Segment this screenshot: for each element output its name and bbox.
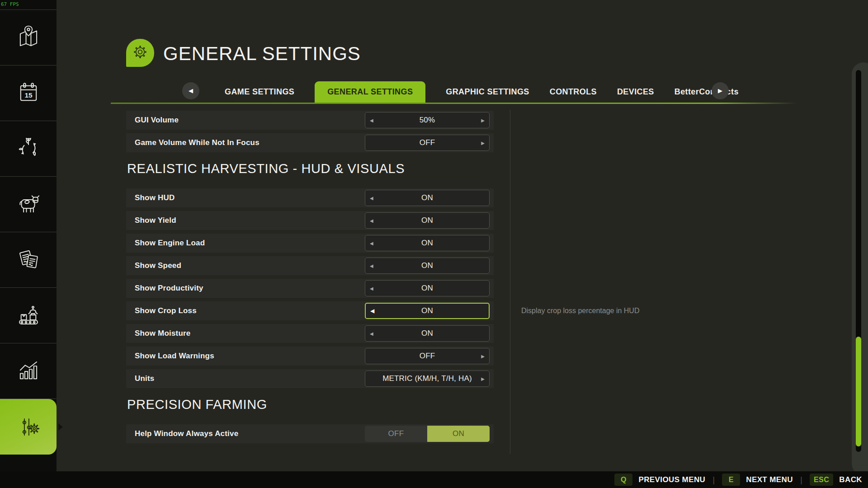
gear-icon: [130, 42, 151, 64]
selector-show-load-warnings[interactable]: OFF▶: [365, 348, 490, 364]
tab-bar: GAME SETTINGSGENERAL SETTINGSGRAPHIC SET…: [225, 81, 739, 103]
decrease-arrow-icon[interactable]: ◀: [370, 326, 373, 341]
decrease-arrow-icon[interactable]: ◀: [370, 258, 373, 273]
tabs-prev-button[interactable]: ◀: [182, 82, 199, 99]
toggle-option-on[interactable]: ON: [427, 426, 490, 442]
selector-gui-volume[interactable]: ◀50%▶: [365, 112, 490, 128]
tab-graphic-settings[interactable]: GRAPHIC SETTINGS: [446, 81, 529, 103]
setting-label: Show Load Warnings: [135, 352, 214, 361]
setting-row-show-yield: Show Yield◀ON: [126, 211, 494, 230]
panel-divider: [510, 110, 510, 454]
calendar-icon: 15: [15, 80, 42, 106]
tab-underline: [111, 103, 804, 104]
setting-row-show-moisture: Show Moisture◀ON: [126, 324, 494, 343]
sidebar-item-animals[interactable]: [0, 177, 57, 232]
sidebar-item-production[interactable]: [0, 288, 57, 343]
tab-game-settings[interactable]: GAME SETTINGS: [225, 81, 294, 103]
page-icon-badge: [126, 39, 154, 67]
setting-value: OFF: [420, 138, 435, 147]
hint-label-previous-menu: PREVIOUS MENU: [638, 475, 705, 484]
setting-label: Show Speed: [135, 261, 181, 270]
setting-label: Game Volume While Not In Focus: [135, 138, 259, 147]
toggle-help-window-always-active: OFFON: [365, 426, 490, 442]
tab-general-settings[interactable]: GENERAL SETTINGS: [315, 81, 425, 103]
setting-label: Help Window Always Active: [135, 429, 238, 438]
selector-show-hud[interactable]: ◀ON: [365, 190, 490, 206]
selector-show-moisture[interactable]: ◀ON: [365, 325, 490, 342]
setting-row-show-productivity: Show Productivity◀ON: [126, 279, 494, 298]
selector-show-engine-load[interactable]: ◀ON: [365, 235, 490, 251]
setting-value: ON: [421, 306, 433, 315]
setting-value: ON: [421, 216, 433, 225]
increase-arrow-icon[interactable]: ▶: [481, 135, 485, 150]
selector-show-productivity[interactable]: ◀ON: [365, 280, 490, 296]
decrease-arrow-icon[interactable]: ◀: [370, 190, 373, 206]
decrease-arrow-icon[interactable]: ◀: [370, 213, 373, 228]
setting-label: Show Yield: [135, 216, 176, 225]
decrease-arrow-icon[interactable]: ◀: [370, 113, 373, 128]
tab-controls[interactable]: CONTROLS: [550, 81, 597, 103]
key-hints-bar: QPREVIOUS MENU|ENEXT MENU|ESCBACK: [0, 471, 868, 488]
fps-counter: 67 FPS: [1, 1, 19, 7]
toggle-option-off[interactable]: OFF: [365, 426, 427, 442]
setting-row-help-window-always-active: Help Window Always ActiveOFFON: [126, 424, 494, 443]
setting-row-show-hud: Show HUD◀ON: [126, 188, 494, 207]
contracts-icon: [15, 247, 42, 273]
scrollbar: [852, 62, 868, 475]
key-badge-esc: ESC: [810, 474, 833, 486]
setting-value: METRIC (KM/H, T/H, HA): [382, 374, 472, 383]
setting-value: ON: [421, 329, 433, 338]
selector-units[interactable]: METRIC (KM/H, T/H, HA)▶: [365, 371, 490, 387]
sidebar-item-mod-settings[interactable]: [0, 399, 57, 455]
setting-row-show-engine-load: Show Engine Load◀ON: [126, 234, 494, 253]
tab-bettercontracts[interactable]: BetterContracts: [675, 81, 739, 103]
setting-row-show-load-warnings: Show Load WarningsOFF▶: [126, 347, 494, 366]
animals-icon: [15, 191, 42, 217]
increase-arrow-icon[interactable]: ▶: [481, 113, 485, 128]
selector-show-yield[interactable]: ◀ON: [365, 212, 490, 229]
sidebar-item-calendar[interactable]: 15: [0, 66, 57, 121]
selector-show-speed[interactable]: ◀ON: [365, 258, 490, 274]
decrease-arrow-icon[interactable]: ◀: [370, 281, 373, 296]
scrollbar-track[interactable]: [856, 70, 861, 452]
increase-arrow-icon[interactable]: ▶: [481, 371, 485, 386]
setting-row-show-speed: Show Speed◀ON: [126, 256, 494, 275]
map-icon: [15, 24, 42, 51]
section-header-realistic-harvesting-hud-visuals: REALISTIC HARVESTING - HUD & VISUALS: [127, 158, 494, 179]
setting-row-show-crop-loss: Show Crop Loss◀ON: [126, 301, 494, 320]
setting-row-gui-volume: GUI Volume◀50%▶: [126, 111, 494, 130]
setting-row-units: UnitsMETRIC (KM/H, T/H, HA)▶: [126, 369, 494, 388]
setting-value: ON: [421, 239, 433, 248]
increase-arrow-icon[interactable]: ▶: [481, 348, 485, 364]
selector-game-volume-while-not-in-focus[interactable]: OFF▶: [365, 135, 490, 151]
production-icon: [15, 302, 42, 328]
hint-separator: |: [800, 475, 802, 485]
setting-label: Show HUD: [135, 193, 175, 202]
selector-show-crop-loss[interactable]: ◀ON: [365, 303, 490, 319]
sidebar-item-map[interactable]: [0, 10, 57, 66]
decrease-arrow-icon[interactable]: ◀: [370, 304, 374, 318]
general-settings-screen: 67 FPS 15: [0, 0, 868, 488]
decrease-arrow-icon[interactable]: ◀: [370, 235, 373, 251]
setting-value: ON: [421, 193, 433, 202]
setting-label: Show Productivity: [135, 284, 203, 293]
sidebar-item-statistics[interactable]: [0, 343, 57, 399]
scrollbar-thumb[interactable]: [856, 337, 861, 446]
hint-label-back: BACK: [839, 475, 862, 484]
key-badge-q: Q: [614, 474, 632, 486]
setting-label: Show Moisture: [135, 329, 191, 338]
setting-value: ON: [421, 261, 433, 270]
svg-text:15: 15: [24, 91, 33, 99]
settings-list: GUI Volume◀50%▶Game Volume While Not In …: [126, 111, 494, 447]
key-badge-e: E: [722, 474, 740, 486]
sidebar-nav: 15: [0, 0, 57, 471]
tabs-next-button[interactable]: ▶: [712, 82, 729, 99]
sidebar-item-crop-rotation[interactable]: [0, 121, 57, 177]
setting-value: 50%: [420, 116, 435, 125]
setting-row-game-volume-while-not-in-focus: Game Volume While Not In FocusOFF▶: [126, 133, 494, 152]
setting-label: Show Crop Loss: [135, 306, 197, 315]
sidebar-item-contracts[interactable]: [0, 232, 57, 288]
setting-value: ON: [421, 284, 433, 293]
tab-devices[interactable]: DEVICES: [617, 81, 654, 103]
hint-separator: |: [712, 475, 715, 485]
